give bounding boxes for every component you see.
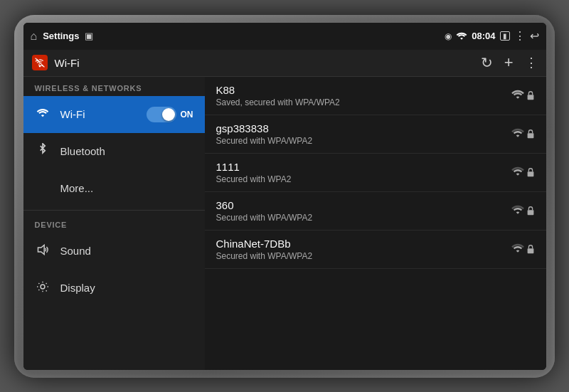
network-status-gsp: Secured with WPA/WPA2: [216, 136, 502, 146]
gallery-icon[interactable]: ▣: [85, 31, 93, 41]
display-nav-label: Display: [60, 282, 193, 294]
svg-rect-5: [527, 210, 533, 215]
screen: ⌂ Settings ▣ ◉ 08:04 ▮ ⋮ ↩: [23, 23, 546, 370]
wifi-signal-360: [511, 205, 535, 216]
network-item-k88[interactable]: K88 Saved, secured with WPA/WPA2: [205, 77, 546, 115]
network-name-gsp: gsp383838: [216, 122, 502, 134]
networks-panel: K88 Saved, secured with WPA/WPA2: [205, 77, 546, 370]
wifi-nav-icon: [35, 108, 50, 121]
network-status-chinanet: Secured with WPA/WPA2: [216, 251, 502, 261]
network-name-k88: K88: [216, 84, 502, 96]
wifi-bar-left: Wi-Fi: [32, 55, 80, 70]
sound-icon: [35, 244, 50, 258]
more-options-icon[interactable]: ⋮: [514, 29, 526, 43]
network-item-gsp[interactable]: gsp383838 Secured with WPA/WPA2: [205, 115, 546, 154]
wifi-signal-k88: [511, 90, 535, 101]
wifi-red-icon: [32, 55, 48, 70]
location-icon: ◉: [445, 31, 452, 41]
wifi-nav-label: Wi-Fi: [60, 108, 137, 120]
svg-rect-6: [527, 248, 533, 253]
refresh-icon[interactable]: ↻: [481, 54, 493, 71]
network-name-1111: 1111: [216, 161, 502, 173]
network-status-k88: Saved, secured with WPA/WPA2: [216, 97, 502, 107]
svg-point-1: [41, 285, 45, 289]
sidebar-item-sound[interactable]: Sound: [23, 233, 205, 270]
network-status-1111: Secured with WPA2: [216, 174, 502, 184]
network-item-360[interactable]: 360 Secured with WPA/WPA2: [205, 192, 546, 231]
sidebar-item-wifi[interactable]: Wi-Fi ON: [23, 96, 205, 133]
add-network-icon[interactable]: +: [504, 53, 514, 72]
network-item-1111[interactable]: 1111 Secured with WPA2: [205, 154, 546, 192]
network-item-chinanet[interactable]: ChinaNet-7DBb Secured with WPA/WPA2: [205, 231, 546, 269]
status-bar: ⌂ Settings ▣ ◉ 08:04 ▮ ⋮ ↩: [23, 23, 546, 50]
bluetooth-icon: [35, 143, 50, 159]
wifi-bar-right: ↻ + ⋮: [481, 53, 538, 72]
network-name-chinanet: ChinaNet-7DBb: [216, 238, 502, 250]
wifi-status-icon: [456, 32, 467, 41]
main-content: WIRELESS & NETWORKS Wi-Fi: [23, 77, 546, 370]
more-nav-label: More...: [60, 182, 193, 194]
network-info-k88: K88 Saved, secured with WPA/WPA2: [216, 84, 502, 107]
wifi-signal-chinanet: [511, 243, 535, 255]
device-frame: ⌂ Settings ▣ ◉ 08:04 ▮ ⋮ ↩: [14, 15, 555, 378]
settings-title: Settings: [43, 31, 79, 41]
sidebar-divider: [23, 210, 205, 211]
network-info-1111: 1111 Secured with WPA2: [216, 161, 502, 184]
time-display: 08:04: [472, 31, 495, 41]
back-icon[interactable]: ↩: [530, 29, 539, 43]
network-info-chinanet: ChinaNet-7DBb Secured with WPA/WPA2: [216, 238, 502, 261]
home-icon[interactable]: ⌂: [31, 30, 38, 43]
wireless-section-header: WIRELESS & NETWORKS: [23, 77, 205, 96]
device-section-header: DEVICE: [23, 213, 205, 233]
network-info-gsp: gsp383838 Secured with WPA/WPA2: [216, 122, 502, 146]
wifi-more-icon[interactable]: ⋮: [525, 55, 538, 70]
bluetooth-nav-label: Bluetooth: [60, 145, 193, 157]
svg-rect-3: [527, 133, 533, 138]
wifi-toggle-track: [147, 107, 176, 122]
display-icon: [35, 281, 50, 295]
svg-rect-4: [527, 171, 533, 176]
status-bar-left: ⌂ Settings ▣: [31, 30, 94, 43]
wifi-bar-title: Wi-Fi: [55, 57, 80, 69]
svg-marker-0: [38, 245, 44, 254]
wifi-top-bar: Wi-Fi ↻ + ⋮: [23, 50, 546, 77]
wifi-toggle[interactable]: ON: [147, 107, 193, 122]
wifi-signal-gsp: [511, 128, 535, 139]
sound-nav-label: Sound: [60, 245, 193, 257]
sidebar: WIRELESS & NETWORKS Wi-Fi: [23, 77, 205, 370]
wifi-toggle-thumb: [162, 108, 175, 121]
sidebar-item-bluetooth[interactable]: Bluetooth: [23, 133, 205, 170]
network-name-360: 360: [216, 199, 502, 211]
network-info-360: 360 Secured with WPA/WPA2: [216, 199, 502, 223]
wifi-toggle-label: ON: [181, 110, 193, 120]
svg-rect-2: [527, 95, 533, 100]
status-bar-right: ◉ 08:04 ▮ ⋮ ↩: [445, 29, 538, 43]
battery-icon: ▮: [500, 31, 510, 41]
wifi-signal-1111: [511, 166, 535, 178]
network-status-360: Secured with WPA/WPA2: [216, 213, 502, 223]
sidebar-item-more[interactable]: More...: [23, 170, 205, 207]
sidebar-item-display[interactable]: Display: [23, 270, 205, 307]
